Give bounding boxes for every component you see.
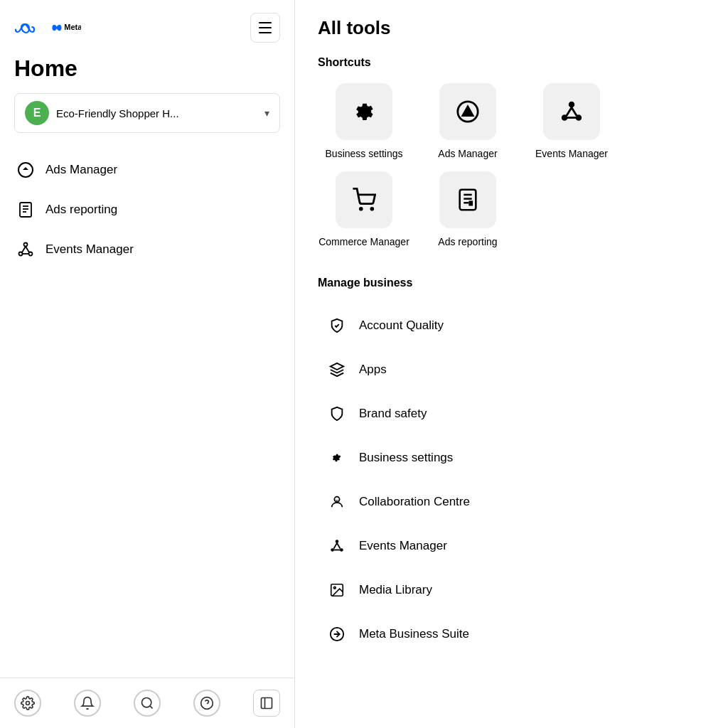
manage-item-business-settings[interactable]: Business settings (318, 436, 700, 480)
svg-rect-2 (20, 203, 31, 217)
shortcut-icon (439, 83, 496, 140)
manage-item-meta-business-suite[interactable]: Meta Business Suite (318, 612, 700, 656)
svg-point-35 (331, 549, 334, 552)
sidebar-footer (0, 678, 294, 728)
manage-icon (326, 535, 348, 557)
shortcuts-section-title: Shortcuts (318, 56, 700, 69)
svg-point-13 (142, 698, 151, 707)
svg-line-38 (337, 543, 341, 549)
manage-icon (326, 359, 348, 380)
nav-icon (16, 160, 36, 180)
manage-section-title: Manage business (318, 277, 700, 289)
svg-line-23 (567, 107, 572, 115)
sidebar-nav: Ads Manager Ads reporting Events Manager (0, 150, 294, 678)
manage-icon (326, 623, 348, 645)
page-title: Home (0, 50, 294, 93)
account-selector[interactable]: E Eco-Friendly Shopper H... ▾ (14, 93, 280, 133)
manage-icon (326, 447, 348, 469)
hamburger-line (259, 22, 272, 23)
sidebar-nav-item-ads-reporting[interactable]: Ads reporting (7, 190, 287, 230)
shortcut-icon (336, 83, 392, 140)
shortcut-card-events-manager[interactable]: Events Manager (525, 83, 618, 160)
sidebar: Meta Home E Eco-Friendly Shopper H... ▾ … (0, 0, 295, 728)
nav-item-label: Events Manager (45, 242, 134, 257)
manage-label: Apps (359, 363, 387, 377)
manage-icon (326, 315, 348, 336)
notifications-footer-button[interactable] (74, 690, 101, 717)
settings-footer-button[interactable] (14, 690, 41, 717)
svg-line-9 (22, 247, 26, 253)
sidebar-toggle-button[interactable] (253, 690, 280, 717)
search-icon (140, 696, 154, 710)
main-panel: All tools Shortcuts Business settings Ad… (295, 0, 723, 728)
manage-section: Manage business Account Quality Apps Bra… (318, 277, 700, 656)
bell-icon (80, 696, 95, 710)
svg-line-10 (26, 247, 29, 253)
svg-marker-19 (463, 107, 473, 116)
shortcut-card-ads-reporting[interactable]: Ads reporting (422, 171, 514, 248)
manage-label: Collaboration Centre (359, 495, 470, 509)
svg-point-41 (333, 587, 336, 589)
shortcut-icon (543, 83, 600, 140)
manage-label: Brand safety (359, 407, 427, 421)
sidebar-toggle-icon (259, 696, 274, 710)
manage-icon (326, 579, 348, 601)
shortcut-card-ads-manager[interactable]: Ads Manager (422, 83, 514, 160)
manage-item-apps[interactable]: Apps (318, 348, 700, 392)
shortcut-card-commerce-manager[interactable]: Commerce Manager (318, 171, 410, 248)
sidebar-nav-item-events-manager[interactable]: Events Manager (7, 230, 287, 269)
svg-rect-28 (460, 190, 476, 210)
manage-item-account-quality[interactable]: Account Quality (318, 304, 700, 348)
nav-item-label: Ads Manager (45, 163, 117, 177)
svg-rect-32 (468, 201, 473, 206)
search-footer-button[interactable] (134, 690, 161, 717)
avatar: E (25, 101, 49, 125)
chevron-down-icon: ▾ (264, 107, 269, 119)
meta-logo: Meta (14, 21, 81, 34)
hamburger-button[interactable] (250, 13, 280, 43)
shortcut-label: Ads reporting (438, 235, 497, 248)
help-circle-icon (200, 696, 214, 710)
account-name: Eco-Friendly Shopper H... (56, 107, 257, 119)
svg-point-34 (336, 540, 339, 544)
shortcut-label: Business settings (326, 147, 403, 160)
svg-line-37 (333, 543, 337, 549)
settings-icon (21, 696, 35, 710)
manage-label: Account Quality (359, 318, 444, 333)
manage-label: Events Manager (359, 539, 447, 553)
svg-point-27 (371, 208, 373, 210)
manage-item-collaboration-centre[interactable]: Collaboration Centre (318, 480, 700, 524)
manage-item-events-manager[interactable]: Events Manager (318, 524, 700, 568)
sidebar-nav-item-ads-manager[interactable]: Ads Manager (7, 150, 287, 190)
svg-rect-16 (262, 698, 272, 709)
meta-wordmark-icon: Meta (50, 21, 81, 34)
svg-point-7 (19, 252, 23, 256)
nav-item-label: Ads reporting (45, 203, 117, 217)
manage-item-brand-safety[interactable]: Brand safety (318, 392, 700, 436)
svg-point-36 (340, 549, 343, 552)
shortcut-card-business-settings[interactable]: Business settings (318, 83, 410, 160)
hamburger-line (259, 32, 272, 33)
hamburger-line (259, 27, 272, 28)
svg-point-6 (24, 243, 28, 247)
manage-icon (326, 491, 348, 513)
svg-point-12 (26, 702, 30, 705)
help-footer-button[interactable] (193, 690, 220, 717)
svg-point-20 (569, 102, 575, 108)
manage-label: Business settings (359, 451, 453, 465)
shortcut-label: Commerce Manager (318, 235, 409, 248)
shortcuts-grid: Business settings Ads Manager Events Man… (318, 83, 700, 248)
manage-label: Media Library (359, 583, 432, 597)
svg-line-24 (572, 107, 577, 115)
nav-icon (16, 200, 36, 220)
meta-logo-icon (14, 21, 45, 34)
shortcut-icon (439, 171, 496, 228)
shortcut-label: Ads Manager (438, 147, 497, 160)
manage-icon (326, 403, 348, 424)
svg-point-8 (29, 252, 33, 256)
nav-icon (16, 240, 36, 259)
svg-text:Meta: Meta (64, 23, 81, 31)
manage-item-media-library[interactable]: Media Library (318, 568, 700, 612)
svg-point-26 (360, 208, 362, 210)
shortcut-label: Events Manager (535, 147, 608, 160)
